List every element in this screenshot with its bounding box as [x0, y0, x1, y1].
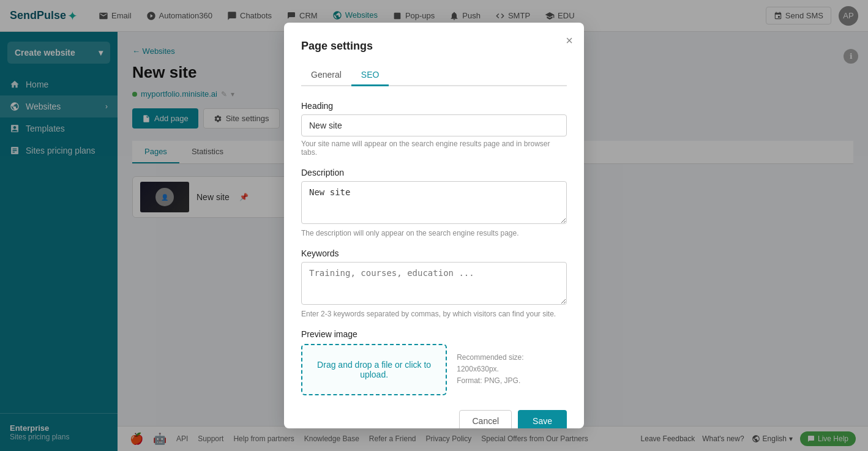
- heading-input[interactable]: [301, 114, 567, 136]
- heading-group: Heading Your site name will appear on th…: [301, 101, 567, 157]
- keywords-hint: Enter 2-3 keywords separated by commas, …: [301, 310, 567, 318]
- description-label: Description: [301, 168, 567, 177]
- modal-tab-general[interactable]: General: [301, 65, 351, 86]
- modal-footer: Cancel Save: [301, 410, 567, 428]
- page-settings-modal: Page settings × General SEO Heading Your…: [284, 23, 584, 428]
- upload-area[interactable]: Drag and drop a file or click to upload.: [301, 344, 447, 395]
- description-textarea[interactable]: [301, 181, 567, 224]
- heading-label: Heading: [301, 101, 567, 111]
- description-group: Description The description will only ap…: [301, 168, 567, 237]
- description-hint: The description will only appear on the …: [301, 229, 567, 237]
- cancel-button[interactable]: Cancel: [459, 410, 512, 428]
- heading-hint: Your site name will appear on the search…: [301, 140, 567, 157]
- modal-tab-seo[interactable]: SEO: [351, 65, 389, 86]
- upload-recommended: Recommended size: 1200x630px.: [457, 352, 567, 375]
- preview-image-row: Drag and drop a file or click to upload.…: [301, 344, 567, 395]
- keywords-group: Keywords Enter 2-3 keywords separated by…: [301, 248, 567, 318]
- modal-overlay: Page settings × General SEO Heading Your…: [0, 0, 868, 451]
- modal-title: Page settings: [301, 40, 567, 53]
- upload-hint: Recommended size: 1200x630px. Format: PN…: [457, 352, 567, 387]
- modal-close-button[interactable]: ×: [566, 34, 573, 48]
- modal-tabs: General SEO: [301, 65, 567, 86]
- keywords-label: Keywords: [301, 248, 567, 258]
- upload-format: Format: PNG, JPG.: [457, 375, 567, 387]
- keywords-textarea[interactable]: [301, 262, 567, 305]
- preview-image-group: Preview image Drag and drop a file or cl…: [301, 329, 567, 395]
- save-button[interactable]: Save: [518, 410, 567, 428]
- preview-image-label: Preview image: [301, 329, 567, 339]
